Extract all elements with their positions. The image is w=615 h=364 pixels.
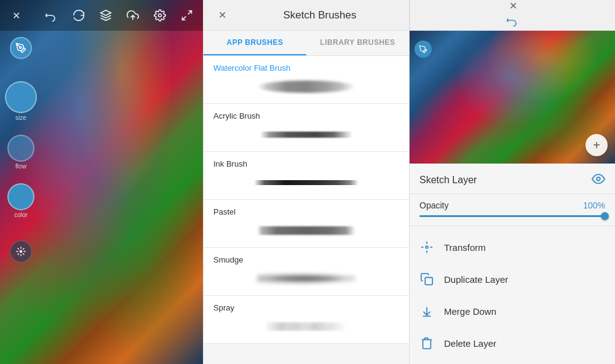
middle-panel: ✕ Sketch Brushes APP BRUSHES LIBRARY BRU… [203,0,409,364]
svg-line-13 [18,253,19,255]
svg-line-3 [188,11,192,15]
brush-name-watercolor: Watercolor Flat Brush [213,63,399,73]
right-close-icon: ✕ [509,0,517,12]
left-top-bar: ✕ [0,0,203,31]
brush-stroke-ink [213,173,399,192]
brush-item-watercolor[interactable]: Watercolor Flat Brush [204,56,409,104]
brush-name-ink: Ink Brush [213,159,399,168]
brush-tool-button[interactable] [10,37,32,59]
left-panel: ✕ [0,0,203,364]
size-tool-group: size [5,81,37,121]
side-tools: size flow color [5,37,37,263]
slider-fill [419,215,605,217]
brush-name-spray: Spray [213,303,399,312]
stroke-shape-acrylic [260,132,352,138]
brush-name-acrylic: Acrylic Brush [213,111,399,121]
stroke-shape-spray [266,322,346,331]
layer-info: Sketch Layer [410,164,615,194]
color-tool-group: color [7,183,34,218]
size-label: size [15,114,26,121]
right-undo-icon [507,14,519,26]
flow-tool-group: flow [7,135,34,170]
opacity-label: Opacity [419,200,448,210]
transform-icon-container [419,240,434,255]
crosshair-icon [420,240,434,254]
brush-item-pastel[interactable]: Pastel [204,200,409,248]
layers-button[interactable] [97,7,114,24]
expand-button[interactable] [178,7,196,24]
right-close-button[interactable]: ✕ [504,0,522,12]
duplicate-icon-container [419,272,434,287]
flow-label: flow [15,163,26,170]
brush-item-ink[interactable]: Ink Brush [204,152,409,200]
right-top-bar: ✕ [410,0,615,31]
svg-line-11 [18,248,19,250]
duplicate-icon [420,272,434,286]
stroke-shape-watercolor [257,81,355,93]
middle-header: ✕ Sketch Brushes [204,0,409,31]
right-panel: ✕ [409,0,615,364]
undo-button[interactable] [43,7,60,24]
middle-close-button[interactable]: ✕ [213,7,231,24]
brush-item-spray[interactable]: Spray [204,296,409,344]
brush-item-acrylic[interactable]: Acrylic Brush [204,104,409,152]
panel-title: Sketch Brushes [240,9,399,22]
opacity-value: 100% [583,200,605,210]
upload-icon [127,9,139,22]
delete-icon-container [419,336,434,350]
delete-label: Delete Layer [444,338,496,349]
tab-library-brushes[interactable]: LIBRARY BRUSHES [306,31,409,55]
layer-name: Sketch Layer [419,175,477,186]
middle-close-icon: ✕ [218,9,226,21]
add-layer-icon: + [593,138,600,152]
color-button[interactable] [7,183,34,210]
svg-line-14 [23,248,24,250]
close-icon: ✕ [12,10,20,22]
right-artwork-area: + [410,31,615,164]
upload-button[interactable] [124,7,141,24]
toolbar-icons [43,7,196,24]
brush-name-pastel: Pastel [213,207,399,216]
svg-point-5 [20,47,22,49]
actions-list: Transform Duplicate Layer Merge Down Del… [410,226,615,364]
brush-stroke-acrylic [213,125,399,144]
brush-name-smudge: Smudge [213,255,399,264]
brush-stroke-pastel [213,221,399,240]
opacity-section: Opacity 100% [410,194,615,226]
eye-icon [592,172,605,186]
close-button[interactable]: ✕ [7,7,25,24]
brush-stroke-spray [213,317,399,336]
transform-label: Transform [444,242,486,253]
merge-action[interactable]: Merge Down [410,295,615,327]
rotate-button[interactable] [70,7,87,24]
delete-action[interactable]: Delete Layer [410,327,615,359]
right-artwork-overlay [410,31,615,164]
brush-list: Watercolor Flat Brush Acrylic Brush Ink … [204,56,409,364]
add-layer-button[interactable]: + [585,134,608,156]
flow-button[interactable] [7,135,34,162]
trash-icon [420,336,434,350]
svg-line-4 [183,17,186,20]
brush-item-smudge[interactable]: Smudge [204,248,409,296]
tab-app-brushes[interactable]: APP BRUSHES [204,31,306,55]
smudge-tool-button[interactable] [10,240,32,263]
right-undo-button[interactable] [504,12,522,29]
duplicate-action[interactable]: Duplicate Layer [410,263,615,295]
svg-point-2 [159,14,162,17]
stroke-shape-smudge [257,272,355,285]
settings-button[interactable] [151,7,169,24]
visibility-toggle[interactable] [592,172,605,188]
slider-thumb [601,212,609,220]
brush-stroke-watercolor [213,77,399,96]
brush-stroke-smudge [213,269,399,288]
duplicate-label: Duplicate Layer [444,274,508,285]
right-brush-tool[interactable] [415,41,432,58]
opacity-slider[interactable] [419,215,605,217]
svg-marker-0 [101,10,111,15]
svg-point-21 [426,246,428,248]
size-button[interactable] [5,81,37,113]
undo-icon [46,9,58,22]
rotate-icon [73,9,85,22]
transform-action[interactable]: Transform [410,231,615,263]
gear-icon [154,9,166,22]
